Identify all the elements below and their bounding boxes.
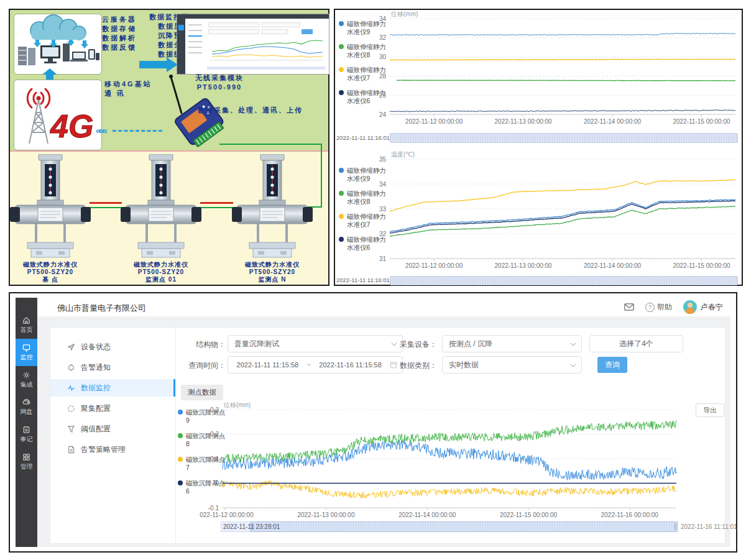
- page: 云服务器 数据存储 数据解析 数据反馈 数据监控平台 数据显示 沉降预警 数据分…: [0, 0, 746, 560]
- cloud-caption: 云服务器 数据存储 数据解析 数据反馈: [102, 15, 137, 52]
- device-select[interactable]: 按测点 / 沉降: [442, 335, 582, 352]
- red-wire-1: [90, 202, 122, 204]
- svg-text:2022-11-12 00:00:00: 2022-11-12 00:00:00: [200, 512, 254, 518]
- drive-icon: [22, 398, 30, 406]
- time-start-value[interactable]: 2022-11-11 11:15:58: [233, 361, 302, 369]
- gear-icon: [22, 371, 30, 379]
- svg-text:2022-11-14 00:00:00: 2022-11-14 00:00:00: [398, 512, 456, 518]
- legend-dot: [178, 410, 183, 415]
- svg-text:位移(mm): 位移(mm): [223, 402, 251, 408]
- svg-text:24: 24: [379, 111, 387, 118]
- module-note: 数据采集、处理、通讯、上传: [198, 106, 303, 115]
- export-button[interactable]: 导出: [696, 403, 724, 417]
- svg-text:33: 33: [379, 206, 387, 213]
- mail-icon[interactable]: [624, 303, 634, 311]
- displacement-chart-zoom-slider[interactable]: [390, 133, 738, 143]
- legend-dot: [339, 90, 344, 95]
- svg-text:0: 0: [215, 480, 219, 487]
- svg-text:32: 32: [379, 34, 387, 41]
- legend-dot: [339, 67, 344, 72]
- svg-text:位移(mm): 位移(mm): [390, 11, 418, 17]
- svg-text:2022-11-13 00:00:00: 2022-11-13 00:00:00: [495, 262, 553, 269]
- app-header: 佛山市普量电子有限公司 ? 帮助 卢春宁: [37, 298, 730, 317]
- funnel-icon: [67, 425, 75, 433]
- legend-dot: [178, 433, 183, 438]
- svg-text:-0.1: -0.1: [208, 505, 219, 512]
- sensor-label-1: 磁致式静力水准仪PT500-SZY20基 点: [0, 261, 103, 283]
- sensor-label-3: 磁致式静力水准仪PT500-SZY20监测点 N: [219, 261, 325, 283]
- time-end-value[interactable]: 2022-11-16 11:15:58: [316, 361, 385, 369]
- mini-slider: [207, 67, 325, 70]
- green-wire-2: [200, 207, 233, 208]
- device-label: 采集设备：: [398, 339, 437, 350]
- svg-text:0.3: 0.3: [210, 406, 219, 413]
- menu-item-data-monitor[interactable]: 数据监控: [50, 379, 175, 397]
- send-icon: [67, 343, 75, 351]
- pulse-icon: [67, 384, 75, 392]
- sidebar-item-manage[interactable]: 管理: [16, 448, 37, 475]
- zoom-end-time: 2022-11-16 11:11:01: [681, 523, 737, 530]
- chevron-down-icon: [570, 364, 576, 367]
- svg-text:2022-11-13 00:00:00: 2022-11-13 00:00:00: [297, 512, 355, 518]
- avatar: [683, 300, 697, 314]
- displacement-chart[interactable]: 3432302826242022-11-12 00:00:002022-11-1…: [357, 11, 740, 131]
- legend-dot: [339, 44, 344, 49]
- structure-label: 结构物：: [187, 339, 226, 350]
- svg-text:30: 30: [379, 53, 387, 60]
- sidebar-item-integration[interactable]: 集成: [16, 366, 37, 393]
- company-name: 佛山市普量电子有限公司: [57, 303, 146, 314]
- temperature-chart[interactable]: 35343332312022-11-12 00:00:002022-11-13 …: [357, 150, 740, 275]
- sensor-label-2: 磁致式静力水准仪PT500-SZY20监测点 01: [108, 261, 214, 283]
- legend-dot: [339, 237, 344, 242]
- menu-item-alarm-notice[interactable]: 告警通知: [50, 359, 175, 376]
- sensor-point-n: [232, 154, 313, 259]
- app-sidebar: 首页 监控 集成 网盘 事记: [16, 298, 37, 547]
- svg-text:28: 28: [379, 73, 387, 80]
- device-count-box[interactable]: 选择了4个: [589, 335, 683, 352]
- chart-zoom-slider[interactable]: [221, 521, 678, 532]
- cloud-server-illustration: [14, 14, 102, 75]
- time-label: 查询时间：: [187, 360, 226, 371]
- mini-screenshot-chart: [207, 35, 325, 64]
- sensor-point-01: [121, 154, 201, 259]
- 4g-label: 4G: [50, 108, 93, 144]
- dashed-arrow: [113, 130, 162, 132]
- svg-text:31: 31: [379, 255, 387, 262]
- zoom-start-time: 2022-11-11 23:28:01: [223, 523, 280, 530]
- time-range-input[interactable]: 2022-11-11 11:15:58 ~ 2022-11-16 11:15:5…: [228, 356, 403, 374]
- zoom-handle-right[interactable]: [674, 523, 676, 530]
- point-data-chart[interactable]: 0.30.20.10-0.12022-11-12 00:00:002022-11…: [200, 397, 679, 524]
- menu-item-aggregation-config[interactable]: 聚集配置: [50, 400, 175, 417]
- category-label: 数据类别：: [398, 360, 437, 371]
- user-menu[interactable]: 卢春宁: [683, 300, 723, 314]
- svg-text:2022-11-14 00:00:00: 2022-11-14 00:00:00: [584, 118, 642, 125]
- temperature-slider-start-time: 2022-11-11 11:16:01: [336, 277, 387, 283]
- svg-text:2022-11-13 00:00:00: 2022-11-13 00:00:00: [495, 118, 553, 125]
- temperature-chart-zoom-slider[interactable]: [390, 276, 738, 285]
- displacement-slider-start-time: 2022-11-11 11:16:01: [336, 134, 387, 141]
- dashed-arrow-head: «««: [96, 125, 106, 135]
- svg-text:温度(℃): 温度(℃): [391, 151, 415, 158]
- menu-item-device-status[interactable]: 设备状态: [50, 338, 175, 356]
- sidebar-item-journal[interactable]: 事记: [16, 421, 37, 448]
- module-caption: 无线采集模块 PT500-990: [185, 73, 254, 92]
- menu-item-threshold-config[interactable]: 阈值配置: [50, 420, 175, 438]
- query-button[interactable]: 查询: [597, 357, 627, 373]
- help-button[interactable]: ? 帮助: [645, 302, 672, 313]
- legend-dot: [178, 480, 183, 485]
- sidebar-item-netdisk[interactable]: 网盘: [16, 393, 37, 421]
- svg-text:2022-11-16 00:00:00: 2022-11-16 00:00:00: [601, 512, 659, 518]
- structure-select[interactable]: 普量沉降测试: [228, 335, 403, 352]
- app-screenshot: 首页 监控 集成 网盘 事记: [9, 292, 737, 553]
- green-wire-1: [90, 207, 122, 208]
- menu-item-alarm-strategy[interactable]: 告警策略管理: [50, 441, 175, 458]
- sidebar-item-home[interactable]: 首页: [16, 311, 37, 339]
- refresh-circle-icon: [67, 405, 75, 413]
- category-select[interactable]: 实时数据: [442, 356, 582, 374]
- svg-text:32: 32: [379, 231, 387, 237]
- sidebar-item-monitor[interactable]: 监控: [16, 339, 37, 366]
- user-name: 卢春宁: [701, 302, 723, 313]
- mini-topbar: [177, 14, 329, 19]
- monitor-icon: [22, 344, 30, 352]
- legend-dot: [178, 457, 183, 462]
